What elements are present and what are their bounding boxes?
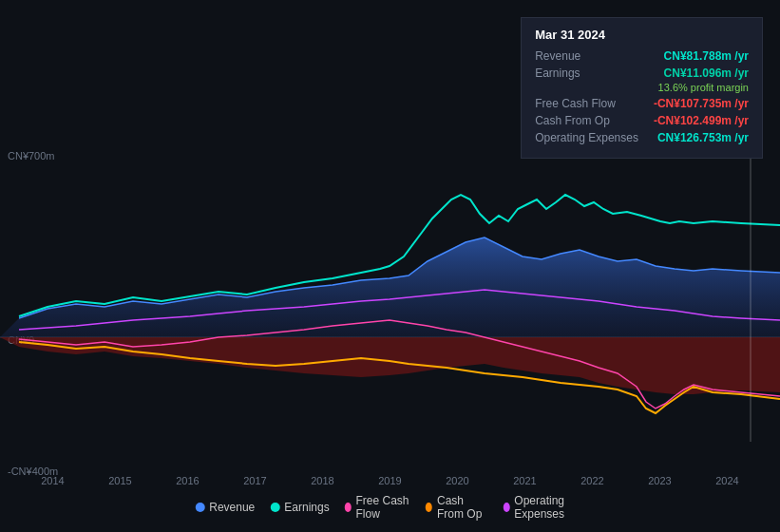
fcf-label: Free Cash Flow <box>535 97 616 110</box>
cashop-value: -CN¥102.499m /yr <box>654 114 749 127</box>
main-chart-svg <box>0 147 780 442</box>
legend-label-cashop: Cash From Op <box>437 494 488 521</box>
legend-label-revenue: Revenue <box>209 501 255 514</box>
legend-dot-earnings <box>270 503 279 512</box>
fcf-value: -CN¥107.735m /yr <box>654 97 749 110</box>
x-label-2017: 2017 <box>243 475 266 486</box>
x-label-2020: 2020 <box>446 475 468 486</box>
earnings-label: Earnings <box>535 66 580 80</box>
legend-earnings[interactable]: Earnings <box>270 501 329 514</box>
chart-legend: Revenue Earnings Free Cash Flow Cash Fro… <box>195 494 585 521</box>
legend-revenue[interactable]: Revenue <box>195 501 255 514</box>
legend-dot-cashop <box>426 503 432 512</box>
legend-label-opex: Operating Expenses <box>514 494 584 521</box>
tooltip-cashop-row: Cash From Op -CN¥102.499m /yr <box>535 114 749 127</box>
cashop-label: Cash From Op <box>535 114 610 127</box>
tooltip-box: Mar 31 2024 Revenue CN¥81.788m /yr Earni… <box>521 17 763 159</box>
revenue-label: Revenue <box>535 49 580 63</box>
opex-value: CN¥126.753m /yr <box>657 131 749 144</box>
x-label-2015: 2015 <box>108 475 131 486</box>
x-label-2022: 2022 <box>580 475 603 486</box>
legend-dot-fcf <box>345 503 352 512</box>
x-label-2021: 2021 <box>513 475 536 486</box>
legend-dot-revenue <box>195 503 204 512</box>
legend-cashop[interactable]: Cash From Op <box>426 494 487 521</box>
tooltip-earnings-row: Earnings CN¥11.096m /yr <box>535 66 749 80</box>
legend-label-fcf: Free Cash Flow <box>355 494 410 521</box>
revenue-value: CN¥81.788m /yr <box>664 49 749 63</box>
legend-fcf[interactable]: Free Cash Flow <box>345 494 411 521</box>
legend-label-earnings: Earnings <box>284 501 329 514</box>
tooltip-date: Mar 31 2024 <box>535 28 749 42</box>
earnings-value: CN¥11.096m /yr <box>664 66 749 80</box>
opex-label: Operating Expenses <box>535 131 638 144</box>
x-label-2023: 2023 <box>648 475 671 486</box>
x-label-2016: 2016 <box>176 475 199 486</box>
legend-opex[interactable]: Operating Expenses <box>503 494 584 521</box>
tooltip-fcf-row: Free Cash Flow -CN¥107.735m /yr <box>535 97 749 110</box>
x-label-2024: 2024 <box>715 475 738 486</box>
tooltip-opex-row: Operating Expenses CN¥126.753m /yr <box>535 131 749 144</box>
x-label-2014: 2014 <box>41 475 64 486</box>
profit-margin: 13.6% profit margin <box>535 82 749 93</box>
legend-dot-opex <box>503 503 509 512</box>
tooltip-revenue-row: Revenue CN¥81.788m /yr <box>535 49 749 63</box>
x-label-2019: 2019 <box>378 475 401 486</box>
x-label-2018: 2018 <box>311 475 333 486</box>
x-axis-labels: 2014 2015 2016 2017 2018 2019 2020 2021 … <box>0 475 780 486</box>
chart-container: Mar 31 2024 Revenue CN¥81.788m /yr Earni… <box>0 0 780 532</box>
